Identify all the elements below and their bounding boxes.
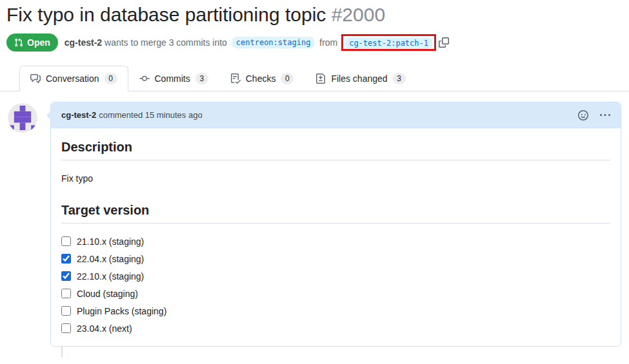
tab-conversation[interactable]: Conversation 0: [19, 66, 128, 91]
tab-counter: 3: [195, 73, 208, 84]
list-item: 21.10.x (staging): [61, 233, 610, 250]
checkbox-label: 21.10.x (staging): [77, 236, 144, 247]
checkbox-label: 22.04.x (staging): [77, 254, 144, 264]
file-diff-icon: [315, 73, 326, 84]
head-branch-label[interactable]: cg-test-2:patch-1: [345, 37, 432, 49]
comment-discussion-icon: [30, 73, 41, 84]
description-text: Fix typo: [61, 173, 610, 184]
comment-body: Description Fix typo Target version 21.1…: [51, 128, 621, 346]
checklist-icon: [230, 73, 241, 84]
pr-state-badge: Open: [6, 34, 58, 52]
git-pull-request-icon: [14, 38, 23, 47]
tab-label: Conversation: [46, 73, 99, 84]
checkbox-plugin-packs-staging[interactable]: [61, 306, 71, 316]
identicon-avatar-icon: [8, 103, 37, 133]
comment-options-button[interactable]: [600, 110, 610, 120]
checkbox-cloud-staging[interactable]: [61, 289, 71, 298]
checkbox-label: 22.10.x (staging): [77, 271, 144, 282]
tab-counter: 0: [281, 73, 294, 84]
pr-author[interactable]: cg-test-2: [65, 37, 102, 48]
merge-text: wants to merge 3 commits into: [102, 37, 230, 48]
pr-status-row: Open cg-test-2 wants to merge 3 commits …: [6, 34, 623, 52]
comment-header: cg-test-2 commented 15 minutes ago: [51, 102, 621, 128]
pr-timeline: cg-test-2 commented 15 minutes ago Descr…: [0, 102, 629, 347]
comment-header-actions: [578, 110, 610, 120]
kebab-horizontal-icon: [600, 110, 610, 120]
from-text: from: [317, 37, 340, 48]
add-reaction-button[interactable]: [578, 110, 588, 120]
target-version-list: 21.10.x (staging) 22.04.x (staging) 22.1…: [61, 233, 610, 337]
tab-commits[interactable]: Commits 3: [128, 66, 219, 91]
comment-author[interactable]: cg-test-2: [61, 110, 96, 120]
checkbox-22-04-x-staging[interactable]: [61, 254, 71, 263]
list-item: 22.04.x (staging): [61, 250, 610, 267]
pr-title: Fix typo in database partitioning topic …: [6, 4, 623, 26]
pr-number: #2000: [332, 4, 385, 25]
list-item: Plugin Packs (staging): [61, 302, 610, 320]
tab-counter: 0: [105, 73, 117, 84]
checkbox-label: Cloud (staging): [77, 289, 138, 299]
tab-files-changed[interactable]: Files changed 3: [305, 66, 416, 91]
pr-state-label: Open: [27, 37, 50, 48]
timeline-connector-line: [61, 347, 63, 357]
tab-counter: 3: [393, 73, 406, 84]
list-item: 22.10.x (staging): [61, 267, 610, 285]
checkbox-label: Plugin Packs (staging): [77, 306, 166, 316]
base-branch-label[interactable]: centreon:staging: [232, 37, 315, 48]
tab-label: Commits: [155, 73, 190, 84]
avatar[interactable]: [8, 103, 37, 133]
description-heading: Description: [61, 140, 610, 160]
checkbox-label: 23.04.x (next): [77, 323, 132, 334]
tab-label: Checks: [246, 73, 276, 84]
copy-icon: [439, 37, 449, 48]
checkbox-23-04-x-next[interactable]: [61, 323, 71, 333]
tab-checks[interactable]: Checks 0: [219, 66, 305, 91]
pr-description-comment: cg-test-2 commented 15 minutes ago Descr…: [50, 102, 621, 347]
git-commit-icon: [139, 73, 150, 84]
pr-merge-summary: cg-test-2 wants to merge 3 commits into …: [65, 34, 436, 51]
tab-label: Files changed: [331, 73, 387, 84]
comment-meta: commented 15 minutes ago: [99, 110, 202, 120]
list-item: Cloud (staging): [61, 285, 610, 302]
checkbox-22-10-x-staging[interactable]: [61, 271, 71, 281]
checkbox-21-10-x-staging[interactable]: [61, 236, 71, 246]
pr-tabnav: Conversation 0 Commits 3 Checks 0 Files …: [0, 66, 629, 91]
target-version-heading: Target version: [61, 203, 610, 224]
smiley-icon: [578, 110, 588, 120]
copy-branch-button[interactable]: [439, 37, 449, 48]
pr-title-text: Fix typo in database partitioning topic: [6, 4, 326, 25]
annotation-highlight-box: cg-test-2:patch-1: [341, 34, 436, 51]
list-item: 23.04.x (next): [61, 320, 610, 337]
